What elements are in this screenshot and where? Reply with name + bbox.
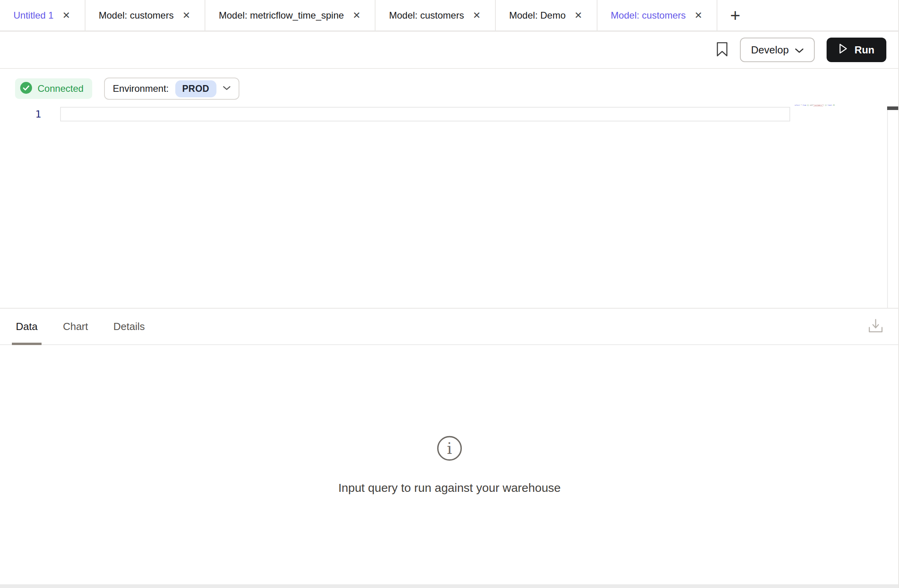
download-results-button[interactable] [867,318,884,335]
bookmark-button[interactable] [716,42,728,59]
run-label: Run [854,44,874,56]
connection-status-label: Connected [38,83,83,94]
tab-model-metricflow-time-spine[interactable]: Model: metricflow_time_spine ✕ [205,0,376,30]
close-icon[interactable]: ✕ [472,10,482,21]
editor-pane: Connected Environment: PROD 1 select * f… [0,69,899,308]
active-line-box: select * from {{ ref("customers") }} lim… [60,107,790,121]
tab-label: Model: customers [99,10,174,21]
connection-status-badge: Connected [15,78,92,99]
develop-dropdown-button[interactable]: Develop [740,38,815,62]
code-editor[interactable]: 1 select * from {{ ref("customers") }} l… [0,107,899,121]
tab-label: Model: metricflow_time_spine [219,10,344,21]
results-empty-state: i Input query to run against your wareho… [0,345,899,583]
environment-label: Environment: [113,83,169,94]
tab-details-label: Details [114,321,145,333]
toolbar: Develop Run [0,32,899,69]
code-token: 25 [833,104,835,106]
tab-model-customers-2[interactable]: Model: customers ✕ [376,0,496,30]
environment-value-chip: PROD [175,80,216,97]
tab-label: Model: customers [389,10,464,21]
tab-model-customers-1[interactable]: Model: customers ✕ [85,0,206,30]
line-number: 1 [0,107,63,121]
tab-label: Model: customers [611,10,686,21]
chevron-down-icon [223,85,231,92]
tab-label: Model: Demo [509,10,566,21]
close-icon[interactable]: ✕ [352,10,361,21]
close-icon[interactable]: ✕ [182,10,191,21]
tab-chart-label: Chart [63,321,88,333]
tab-data-label: Data [16,321,38,333]
empty-state-message: Input query to run against your warehous… [338,481,561,495]
results-tab-bar: Data Chart Details [0,308,899,345]
environment-row: Connected Environment: PROD [0,69,899,103]
code-token: select [795,104,800,106]
ide-window: Untitled 1 ✕ Model: customers ✕ Model: m… [0,0,899,588]
plus-icon: + [730,6,740,25]
tab-label: Untitled 1 [13,10,53,21]
play-icon [838,43,848,57]
close-icon[interactable]: ✕ [574,10,583,21]
tab-details[interactable]: Details [110,309,149,344]
tab-data[interactable]: Data [12,309,42,344]
develop-label: Develop [751,44,789,56]
scrollbar-track [887,106,888,308]
minimap[interactable]: select * from {{ ref("customers") }} lim… [795,104,835,106]
close-icon[interactable]: ✕ [694,10,703,21]
run-button[interactable]: Run [827,38,886,62]
code-token: limit [828,104,832,106]
chevron-down-icon [795,44,804,56]
tab-model-demo[interactable]: Model: Demo ✕ [496,0,597,30]
download-icon [867,318,884,335]
info-icon: i [436,435,463,463]
close-icon[interactable]: ✕ [61,10,71,21]
svg-text:i: i [447,439,452,457]
tab-untitled-1[interactable]: Untitled 1 ✕ [0,0,85,30]
code-token: from [802,104,806,106]
bookmark-icon [716,42,728,59]
new-tab-button[interactable]: + [717,0,753,30]
environment-selector[interactable]: Environment: PROD [104,78,239,100]
minimap-code-line: select * from {{ ref("customers") }} lim… [795,104,835,106]
tab-chart[interactable]: Chart [59,309,92,344]
bottom-status-strip [0,584,899,588]
check-circle-icon [20,82,32,96]
tab-bar: Untitled 1 ✕ Model: customers ✕ Model: m… [0,0,899,32]
code-token-ref-link[interactable]: "customers" [813,104,823,106]
code-token: ref [810,104,812,106]
scrollbar-thumb[interactable] [887,106,898,110]
tab-model-customers-3[interactable]: Model: customers ✕ [597,0,718,30]
